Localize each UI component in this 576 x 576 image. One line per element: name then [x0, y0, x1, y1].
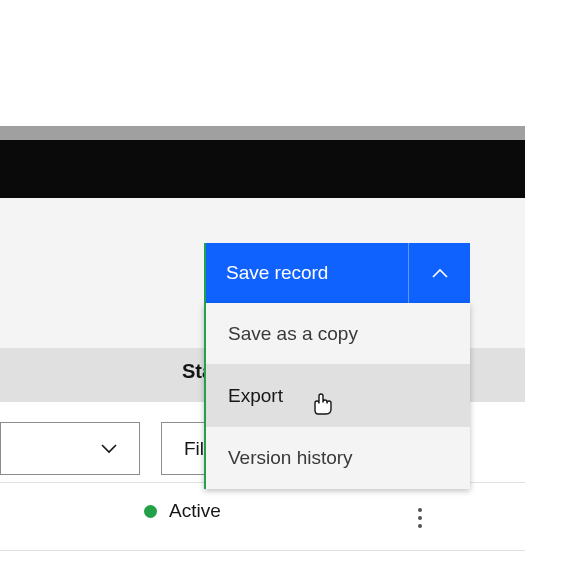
save-record-button[interactable]: Save record	[204, 243, 408, 303]
table-row[interactable]: Active	[144, 500, 221, 522]
chevron-up-icon	[432, 268, 448, 278]
save-record-split-button: Save record	[204, 243, 470, 303]
save-record-menu: Save as a copy Export Version history	[204, 303, 470, 489]
menu-item-export[interactable]: Export	[206, 364, 470, 427]
filter-input-text: Fil	[184, 438, 204, 460]
window-titlebar	[0, 126, 525, 140]
column-select-dropdown[interactable]	[0, 422, 140, 475]
status-label: Active	[169, 500, 221, 522]
row-divider	[0, 550, 525, 551]
save-record-menu-toggle[interactable]	[408, 243, 470, 303]
menu-item-label: Export	[228, 385, 283, 407]
save-record-button-label: Save record	[226, 262, 328, 284]
status-dot-icon	[144, 505, 157, 518]
menu-item-version-history[interactable]: Version history	[206, 427, 470, 489]
menu-item-label: Save as a copy	[228, 323, 358, 345]
menu-item-label: Version history	[228, 447, 353, 469]
app-header	[0, 140, 525, 198]
chevron-down-icon	[101, 444, 117, 454]
menu-item-save-as-copy[interactable]: Save as a copy	[206, 303, 470, 364]
row-overflow-menu[interactable]	[400, 498, 440, 538]
